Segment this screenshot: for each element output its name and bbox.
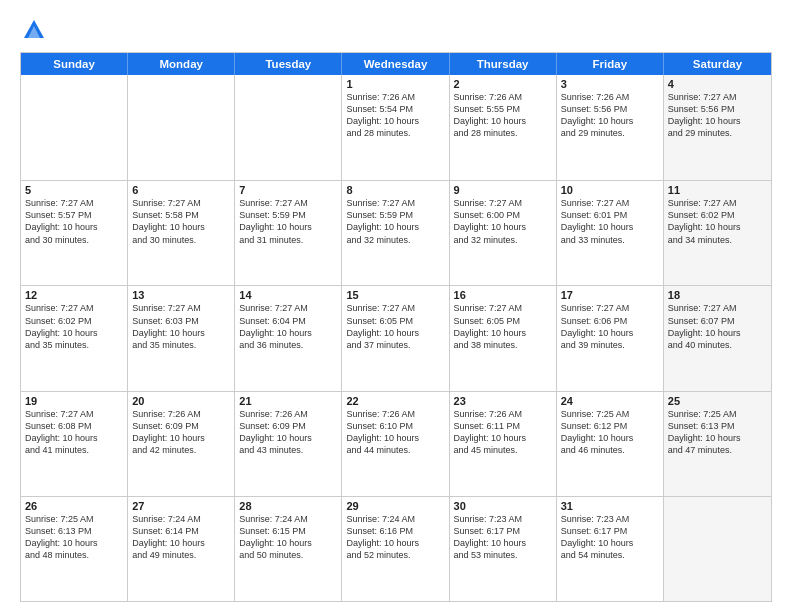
cell-info: Sunrise: 7:27 AM Sunset: 6:06 PM Dayligh… — [561, 302, 659, 351]
calendar-cell: 5Sunrise: 7:27 AM Sunset: 5:57 PM Daylig… — [21, 181, 128, 285]
day-number: 15 — [346, 289, 444, 301]
cell-info: Sunrise: 7:27 AM Sunset: 6:07 PM Dayligh… — [668, 302, 767, 351]
calendar-cell: 10Sunrise: 7:27 AM Sunset: 6:01 PM Dayli… — [557, 181, 664, 285]
cell-info: Sunrise: 7:27 AM Sunset: 6:03 PM Dayligh… — [132, 302, 230, 351]
cell-info: Sunrise: 7:23 AM Sunset: 6:17 PM Dayligh… — [454, 513, 552, 562]
calendar-cell: 30Sunrise: 7:23 AM Sunset: 6:17 PM Dayli… — [450, 497, 557, 601]
calendar-cell: 7Sunrise: 7:27 AM Sunset: 5:59 PM Daylig… — [235, 181, 342, 285]
day-number: 27 — [132, 500, 230, 512]
cell-info: Sunrise: 7:26 AM Sunset: 5:55 PM Dayligh… — [454, 91, 552, 140]
calendar: SundayMondayTuesdayWednesdayThursdayFrid… — [20, 52, 772, 602]
day-number: 23 — [454, 395, 552, 407]
calendar-cell: 6Sunrise: 7:27 AM Sunset: 5:58 PM Daylig… — [128, 181, 235, 285]
day-number: 2 — [454, 78, 552, 90]
day-number: 7 — [239, 184, 337, 196]
cell-info: Sunrise: 7:24 AM Sunset: 6:14 PM Dayligh… — [132, 513, 230, 562]
header-day-tuesday: Tuesday — [235, 53, 342, 75]
calendar-cell: 26Sunrise: 7:25 AM Sunset: 6:13 PM Dayli… — [21, 497, 128, 601]
day-number: 10 — [561, 184, 659, 196]
calendar-cell: 23Sunrise: 7:26 AM Sunset: 6:11 PM Dayli… — [450, 392, 557, 496]
cell-info: Sunrise: 7:27 AM Sunset: 5:56 PM Dayligh… — [668, 91, 767, 140]
calendar-row-1: 5Sunrise: 7:27 AM Sunset: 5:57 PM Daylig… — [21, 180, 771, 285]
cell-info: Sunrise: 7:27 AM Sunset: 5:59 PM Dayligh… — [239, 197, 337, 246]
day-number: 14 — [239, 289, 337, 301]
calendar-body: 1Sunrise: 7:26 AM Sunset: 5:54 PM Daylig… — [21, 75, 771, 601]
calendar-cell — [235, 75, 342, 180]
day-number: 26 — [25, 500, 123, 512]
cell-info: Sunrise: 7:26 AM Sunset: 6:09 PM Dayligh… — [132, 408, 230, 457]
day-number: 17 — [561, 289, 659, 301]
day-number: 28 — [239, 500, 337, 512]
day-number: 21 — [239, 395, 337, 407]
cell-info: Sunrise: 7:27 AM Sunset: 5:58 PM Dayligh… — [132, 197, 230, 246]
calendar-cell — [21, 75, 128, 180]
cell-info: Sunrise: 7:27 AM Sunset: 6:04 PM Dayligh… — [239, 302, 337, 351]
header — [20, 16, 772, 44]
calendar-cell: 3Sunrise: 7:26 AM Sunset: 5:56 PM Daylig… — [557, 75, 664, 180]
cell-info: Sunrise: 7:27 AM Sunset: 6:00 PM Dayligh… — [454, 197, 552, 246]
day-number: 3 — [561, 78, 659, 90]
day-number: 11 — [668, 184, 767, 196]
day-number: 6 — [132, 184, 230, 196]
header-day-thursday: Thursday — [450, 53, 557, 75]
calendar-cell — [128, 75, 235, 180]
cell-info: Sunrise: 7:27 AM Sunset: 6:08 PM Dayligh… — [25, 408, 123, 457]
cell-info: Sunrise: 7:25 AM Sunset: 6:12 PM Dayligh… — [561, 408, 659, 457]
header-day-wednesday: Wednesday — [342, 53, 449, 75]
cell-info: Sunrise: 7:24 AM Sunset: 6:16 PM Dayligh… — [346, 513, 444, 562]
day-number: 31 — [561, 500, 659, 512]
calendar-cell: 17Sunrise: 7:27 AM Sunset: 6:06 PM Dayli… — [557, 286, 664, 390]
page: SundayMondayTuesdayWednesdayThursdayFrid… — [0, 0, 792, 612]
cell-info: Sunrise: 7:25 AM Sunset: 6:13 PM Dayligh… — [668, 408, 767, 457]
day-number: 8 — [346, 184, 444, 196]
day-number: 5 — [25, 184, 123, 196]
calendar-cell: 9Sunrise: 7:27 AM Sunset: 6:00 PM Daylig… — [450, 181, 557, 285]
day-number: 19 — [25, 395, 123, 407]
day-number: 22 — [346, 395, 444, 407]
calendar-cell: 20Sunrise: 7:26 AM Sunset: 6:09 PM Dayli… — [128, 392, 235, 496]
calendar-cell: 18Sunrise: 7:27 AM Sunset: 6:07 PM Dayli… — [664, 286, 771, 390]
day-number: 12 — [25, 289, 123, 301]
cell-info: Sunrise: 7:24 AM Sunset: 6:15 PM Dayligh… — [239, 513, 337, 562]
calendar-cell: 24Sunrise: 7:25 AM Sunset: 6:12 PM Dayli… — [557, 392, 664, 496]
cell-info: Sunrise: 7:26 AM Sunset: 5:56 PM Dayligh… — [561, 91, 659, 140]
cell-info: Sunrise: 7:27 AM Sunset: 5:59 PM Dayligh… — [346, 197, 444, 246]
calendar-row-0: 1Sunrise: 7:26 AM Sunset: 5:54 PM Daylig… — [21, 75, 771, 180]
calendar-cell: 2Sunrise: 7:26 AM Sunset: 5:55 PM Daylig… — [450, 75, 557, 180]
day-number: 4 — [668, 78, 767, 90]
day-number: 25 — [668, 395, 767, 407]
day-number: 16 — [454, 289, 552, 301]
day-number: 29 — [346, 500, 444, 512]
calendar-cell: 19Sunrise: 7:27 AM Sunset: 6:08 PM Dayli… — [21, 392, 128, 496]
calendar-cell: 4Sunrise: 7:27 AM Sunset: 5:56 PM Daylig… — [664, 75, 771, 180]
logo — [20, 16, 52, 44]
calendar-row-2: 12Sunrise: 7:27 AM Sunset: 6:02 PM Dayli… — [21, 285, 771, 390]
calendar-header: SundayMondayTuesdayWednesdayThursdayFrid… — [21, 53, 771, 75]
calendar-cell: 25Sunrise: 7:25 AM Sunset: 6:13 PM Dayli… — [664, 392, 771, 496]
cell-info: Sunrise: 7:26 AM Sunset: 6:11 PM Dayligh… — [454, 408, 552, 457]
cell-info: Sunrise: 7:27 AM Sunset: 6:01 PM Dayligh… — [561, 197, 659, 246]
day-number: 30 — [454, 500, 552, 512]
cell-info: Sunrise: 7:27 AM Sunset: 6:05 PM Dayligh… — [346, 302, 444, 351]
day-number: 18 — [668, 289, 767, 301]
calendar-cell: 22Sunrise: 7:26 AM Sunset: 6:10 PM Dayli… — [342, 392, 449, 496]
cell-info: Sunrise: 7:27 AM Sunset: 6:02 PM Dayligh… — [668, 197, 767, 246]
cell-info: Sunrise: 7:26 AM Sunset: 6:10 PM Dayligh… — [346, 408, 444, 457]
cell-info: Sunrise: 7:26 AM Sunset: 6:09 PM Dayligh… — [239, 408, 337, 457]
logo-icon — [20, 16, 48, 44]
calendar-cell: 21Sunrise: 7:26 AM Sunset: 6:09 PM Dayli… — [235, 392, 342, 496]
header-day-saturday: Saturday — [664, 53, 771, 75]
cell-info: Sunrise: 7:23 AM Sunset: 6:17 PM Dayligh… — [561, 513, 659, 562]
calendar-cell: 12Sunrise: 7:27 AM Sunset: 6:02 PM Dayli… — [21, 286, 128, 390]
cell-info: Sunrise: 7:27 AM Sunset: 6:02 PM Dayligh… — [25, 302, 123, 351]
day-number: 9 — [454, 184, 552, 196]
calendar-cell: 31Sunrise: 7:23 AM Sunset: 6:17 PM Dayli… — [557, 497, 664, 601]
calendar-cell: 29Sunrise: 7:24 AM Sunset: 6:16 PM Dayli… — [342, 497, 449, 601]
calendar-cell: 15Sunrise: 7:27 AM Sunset: 6:05 PM Dayli… — [342, 286, 449, 390]
cell-info: Sunrise: 7:27 AM Sunset: 6:05 PM Dayligh… — [454, 302, 552, 351]
calendar-row-3: 19Sunrise: 7:27 AM Sunset: 6:08 PM Dayli… — [21, 391, 771, 496]
day-number: 1 — [346, 78, 444, 90]
calendar-cell: 8Sunrise: 7:27 AM Sunset: 5:59 PM Daylig… — [342, 181, 449, 285]
header-day-friday: Friday — [557, 53, 664, 75]
header-day-sunday: Sunday — [21, 53, 128, 75]
